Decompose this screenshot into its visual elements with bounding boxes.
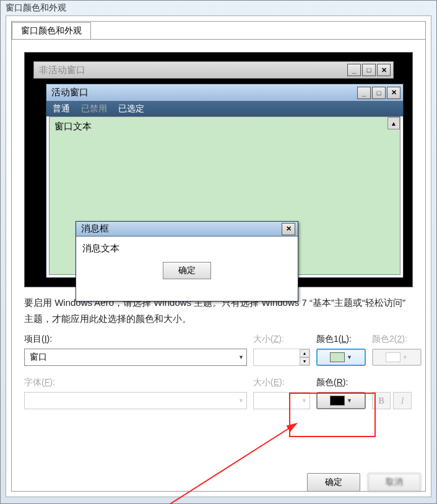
fcolor-swatch bbox=[330, 396, 345, 406]
tab-header: 窗口颜色和外观 bbox=[12, 22, 425, 39]
controls-row-1: 项目(I): 大小(Z): 颜色1(L): 颜色2(2): 窗口 ▼ ▲ ▼ bbox=[24, 334, 413, 366]
chevron-down-icon: ▼ bbox=[238, 354, 244, 360]
close-icon: ✕ bbox=[377, 64, 391, 76]
color2-button: ▼ bbox=[372, 349, 422, 366]
font-label: 字体(F): bbox=[24, 377, 247, 389]
preview-msgbox-title: 消息框 bbox=[81, 223, 109, 235]
preview-inactive-title: 非活动窗口 bbox=[39, 64, 85, 76]
preview-inactive-window: 非活动窗口 _ □ ✕ bbox=[33, 61, 394, 79]
color1-button[interactable]: ▼ bbox=[316, 349, 366, 366]
preview-area: 非活动窗口 _ □ ✕ 活动窗口 _ □ bbox=[24, 52, 413, 287]
preview-menubar: 普通 已禁用 已选定 bbox=[46, 102, 403, 116]
close-icon: ✕ bbox=[282, 223, 295, 235]
maximize-icon: □ bbox=[372, 87, 386, 99]
size-input[interactable] bbox=[254, 349, 300, 365]
color1-label: 颜色1(L): bbox=[316, 334, 366, 346]
minimize-icon: _ bbox=[347, 64, 361, 76]
preview-msgbox: 消息框 ✕ 消息文本 确定 bbox=[76, 221, 298, 302]
maximize-icon: □ bbox=[362, 64, 376, 76]
controls-row-2: 字体(F): 大小(E): 颜色(R): ▼ ▼ ▼ bbox=[24, 377, 413, 409]
annotation-arrow-icon bbox=[154, 411, 315, 504]
close-icon: ✕ bbox=[387, 87, 400, 99]
color2-label: 颜色2(2): bbox=[372, 334, 422, 346]
chevron-down-icon: ▼ bbox=[347, 354, 352, 360]
preview-active-buttons: _ □ ✕ bbox=[357, 87, 400, 99]
item-select-value: 窗口 bbox=[30, 352, 47, 363]
minimize-icon: _ bbox=[357, 87, 371, 99]
preview-msgbox-text: 消息文本 bbox=[82, 243, 119, 253]
cancel-button[interactable]: 取消 bbox=[368, 473, 421, 492]
preview-active-titlebar: 活动窗口 _ □ ✕ bbox=[46, 84, 403, 102]
menu-selected: 已选定 bbox=[118, 103, 144, 115]
tab-container: 窗口颜色和外观 非活动窗口 _ □ ✕ 活动窗口 bbox=[11, 21, 426, 492]
fsize-select: ▼ bbox=[253, 392, 310, 409]
color1-swatch bbox=[330, 352, 345, 362]
color2-swatch bbox=[386, 352, 400, 362]
fcolor-button[interactable]: ▼ bbox=[316, 392, 366, 409]
chevron-down-icon: ▼ bbox=[301, 398, 307, 404]
italic-button: I bbox=[393, 392, 412, 409]
bold-italic-group: B I bbox=[372, 392, 422, 409]
dialog-button-row: 确定 取消 bbox=[307, 473, 421, 492]
spinner-up-icon[interactable]: ▲ bbox=[300, 349, 309, 357]
menu-normal: 普通 bbox=[53, 103, 70, 115]
item-select[interactable]: 窗口 ▼ bbox=[24, 349, 247, 366]
window-titlebar: 窗口颜色和外观 bbox=[1, 1, 436, 15]
spinner-down-icon[interactable]: ▼ bbox=[300, 357, 309, 365]
font-select: ▼ bbox=[24, 392, 247, 409]
chevron-down-icon: ▼ bbox=[347, 398, 352, 404]
preview-inactive-buttons: _ □ ✕ bbox=[347, 64, 391, 76]
scroll-up-icon: ▲ bbox=[387, 117, 400, 129]
dialog-window: 窗口颜色和外观 窗口颜色和外观 非活动窗口 _ □ ✕ bbox=[0, 0, 437, 504]
chevron-down-icon: ▼ bbox=[238, 398, 244, 404]
fsize-label: 大小(E): bbox=[253, 377, 310, 389]
preview-window-text: 窗口文本 bbox=[54, 121, 92, 131]
fcolor-label: 颜色(R): bbox=[316, 377, 366, 389]
size-spinner[interactable]: ▲ ▼ bbox=[253, 349, 310, 366]
chevron-down-icon: ▼ bbox=[402, 354, 408, 360]
preview-active-title: 活动窗口 bbox=[51, 87, 89, 98]
item-label: 项目(I): bbox=[24, 334, 247, 346]
ok-button[interactable]: 确定 bbox=[307, 473, 360, 492]
preview-active-window: 活动窗口 _ □ ✕ 普通 已禁用 已选定 bbox=[46, 84, 404, 278]
preview-msgbox-ok-button: 确定 bbox=[163, 262, 211, 279]
content-area: 窗口颜色和外观 非活动窗口 _ □ ✕ 活动窗口 bbox=[6, 15, 431, 497]
menu-disabled: 已禁用 bbox=[81, 103, 107, 115]
preview-msgbox-body: 消息文本 确定 bbox=[76, 237, 298, 285]
tab-appearance[interactable]: 窗口颜色和外观 bbox=[12, 22, 91, 39]
preview-client-area: 窗口文本 ▲ 消息框 ✕ 消息文本 确定 bbox=[49, 116, 400, 275]
preview-msgbox-titlebar: 消息框 ✕ bbox=[76, 222, 298, 237]
bold-button: B bbox=[372, 392, 391, 409]
size-label: 大小(Z): bbox=[253, 334, 310, 346]
svg-line-0 bbox=[160, 424, 296, 504]
tab-body: 非活动窗口 _ □ ✕ 活动窗口 _ □ bbox=[12, 39, 425, 491]
window-title-text: 窗口颜色和外观 bbox=[6, 2, 66, 12]
